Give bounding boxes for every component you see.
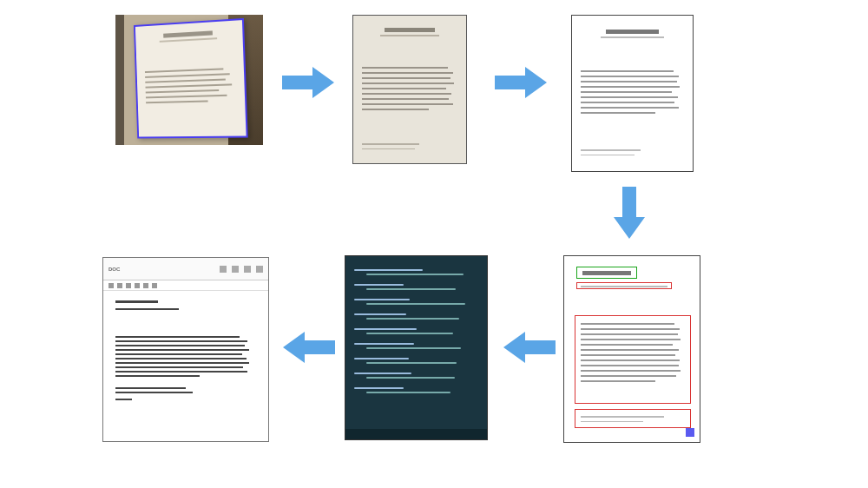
doc-subtitle-line: [115, 308, 179, 310]
page-number-region-box: [686, 428, 694, 437]
doc-body[interactable]: [103, 291, 268, 410]
stage-code-output: [345, 255, 488, 440]
terminal-statusbar: [345, 429, 487, 439]
page-title-line: [606, 30, 659, 34]
strike-icon[interactable]: [135, 283, 140, 288]
arrow-right-2: [495, 65, 547, 100]
page-subtitle-line: [601, 36, 663, 38]
doc-format-toolbar: [103, 280, 268, 291]
svg-marker-3: [503, 332, 556, 363]
redo-icon[interactable]: [232, 266, 239, 273]
stage-original-photo: [115, 15, 263, 145]
underline-icon[interactable]: [126, 283, 131, 288]
page-body-block: [572, 63, 693, 121]
svg-marker-0: [282, 67, 334, 98]
page-title-line: [163, 30, 213, 37]
stage-scanned-page: [352, 15, 467, 164]
doc-toolbar: DOC: [103, 258, 268, 280]
stage-layout-analysis: [563, 255, 700, 443]
arrow-right-1: [282, 65, 334, 100]
svg-marker-2: [614, 187, 645, 239]
terminal-content: [345, 267, 487, 396]
stage-reconstructed-doc: DOC: [102, 257, 269, 442]
doc-filename-label: DOC: [108, 267, 120, 272]
page-footnote-block: [572, 142, 693, 162]
bold-icon[interactable]: [108, 283, 114, 288]
stage-cleaned-page: [571, 15, 694, 172]
arrow-left-2: [283, 330, 335, 365]
search-icon[interactable]: [244, 266, 251, 273]
page-subtitle-line: [159, 37, 217, 43]
book-page-quad: [134, 18, 248, 139]
align-icon[interactable]: [152, 283, 157, 288]
arrow-left-1: [503, 330, 556, 365]
footnote-region-box: [575, 409, 691, 428]
page-subtitle-line: [380, 35, 440, 36]
arrow-down: [612, 187, 647, 239]
body-region-box: [575, 315, 691, 404]
title-region-box: [576, 267, 637, 279]
page-title-line: [385, 28, 435, 32]
more-icon[interactable]: [256, 266, 263, 273]
svg-marker-4: [283, 332, 335, 363]
color-icon[interactable]: [143, 283, 148, 288]
page-footnote-block: [353, 136, 466, 156]
doc-title-line: [115, 300, 158, 303]
italic-icon[interactable]: [117, 283, 122, 288]
left-shadow: [115, 15, 124, 145]
svg-marker-1: [495, 67, 547, 98]
page-body-block: [353, 60, 466, 117]
doc-page-number: [115, 399, 132, 400]
undo-icon[interactable]: [220, 266, 227, 273]
page-body-block: [136, 60, 245, 110]
subtitle-region-box: [576, 282, 672, 289]
